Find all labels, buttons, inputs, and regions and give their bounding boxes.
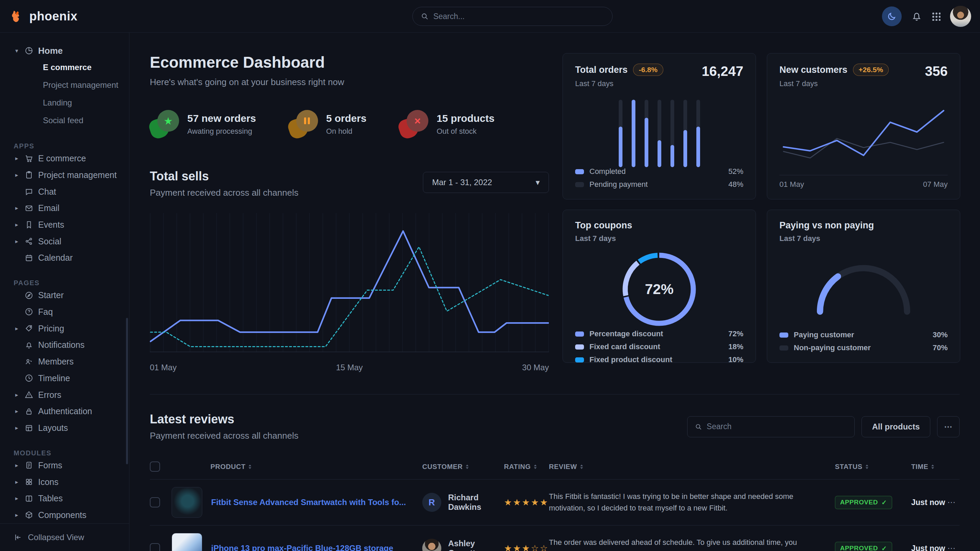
row-checkbox[interactable]: [150, 497, 160, 507]
sidebar-item-timeline[interactable]: Timeline: [0, 370, 129, 387]
sidebar-item-project-management[interactable]: ▸ Project management: [0, 167, 129, 183]
new-customers-svg: [780, 97, 948, 172]
tag-icon: [24, 324, 33, 333]
sidebar-item-ecommerce-dashboard[interactable]: E commerce: [43, 59, 129, 76]
sort-icon: [580, 465, 583, 469]
status-badge: APPROVED✓: [835, 542, 892, 551]
top-navbar: phoenix: [0, 0, 980, 33]
sidebar-item-calendar[interactable]: Calendar: [0, 250, 129, 267]
sidebar-item-home[interactable]: ▾ Home: [0, 43, 129, 59]
new-customers-value: 356: [925, 64, 948, 79]
sidebar-item-social-feed[interactable]: Social feed: [43, 112, 129, 129]
axis-label-mid: 15 May: [336, 363, 363, 372]
sidebar-section-apps: APPS: [0, 142, 129, 150]
pause-icon: [304, 118, 310, 124]
chevron-right-icon: ▸: [14, 462, 20, 469]
column-status[interactable]: STATUS: [835, 463, 911, 471]
reviews-search-input[interactable]: [706, 422, 847, 431]
legend-paying-customer: Paying customer 30%: [780, 330, 948, 339]
sidebar-item-social[interactable]: ▸ Social: [0, 233, 129, 250]
apps-menu-button[interactable]: [932, 12, 940, 21]
column-time[interactable]: TIME: [911, 463, 947, 471]
all-products-button[interactable]: All products: [862, 416, 930, 437]
product-link[interactable]: iPhone 13 pro max-Pacific Blue-128GB sto…: [211, 543, 393, 551]
date-range-select[interactable]: Mar 1 - 31, 2022 ▾: [423, 172, 549, 193]
sort-icon: [931, 465, 934, 469]
chevron-right-icon: ▸: [14, 325, 20, 332]
legend-nonpaying-customer: Non-paying customer 70%: [780, 343, 948, 352]
customer-name: Richard Dawkins: [448, 493, 504, 512]
axis-label-start: 01 May: [150, 363, 177, 372]
layout-icon: [24, 424, 33, 433]
sidebar-item-email[interactable]: ▸ Email: [0, 200, 129, 216]
question-circle-icon: [24, 307, 33, 316]
total-sells-chart: 01 May 15 May 30 May: [150, 213, 549, 372]
sidebar-item-components[interactable]: ▸ Components: [0, 507, 129, 524]
sidebar-item-chat[interactable]: Chat: [0, 183, 129, 200]
user-avatar[interactable]: [950, 6, 971, 27]
paying-gauge-chart: [811, 259, 916, 317]
top-coupons-card: Top coupons Last 7 days 72% Percentage d…: [563, 210, 756, 363]
select-all-checkbox[interactable]: [150, 462, 160, 472]
sidebar-item-landing[interactable]: Landing: [43, 94, 129, 112]
sidebar-item-authentication[interactable]: ▸ Authentication: [0, 403, 129, 420]
coupons-donut-center: 72%: [619, 249, 699, 329]
total-sells-svg: [150, 213, 549, 359]
brand-logo[interactable]: phoenix: [10, 9, 78, 24]
column-rating[interactable]: RATING: [504, 463, 549, 471]
sort-icon: [865, 465, 868, 469]
package-icon: [24, 510, 33, 519]
sidebar-item-project-management-dashboard[interactable]: Project management: [43, 76, 129, 94]
total-sells-subtitle: Payment received across all channels: [150, 187, 298, 198]
sidebar-item-ecommerce[interactable]: ▸ E commerce: [0, 150, 129, 167]
clipboard-icon: [24, 170, 33, 179]
pie-chart-icon: [24, 46, 33, 55]
chevron-right-icon: ▸: [14, 155, 20, 162]
sidebar-item-events[interactable]: ▸ Events: [0, 216, 129, 233]
sidebar-item-starter[interactable]: Starter: [0, 287, 129, 303]
sidebar-item-forms[interactable]: ▸ Forms: [0, 457, 129, 474]
chevron-right-icon: ▸: [14, 511, 20, 519]
product-thumbnail[interactable]: [172, 533, 202, 551]
product-thumbnail[interactable]: [172, 487, 202, 518]
row-checkbox[interactable]: [150, 543, 160, 551]
notifications-button[interactable]: [911, 11, 922, 22]
reviews-search[interactable]: [687, 416, 855, 437]
sidebar-item-pricing[interactable]: ▸ Pricing: [0, 320, 129, 337]
bell-icon: [911, 11, 922, 22]
product-link[interactable]: Fitbit Sense Advanced Smartwatch with To…: [211, 497, 406, 507]
check-icon: ✓: [881, 545, 887, 551]
table-header-row: PRODUCT CUSTOMER RATING REVIEW STATUS TI…: [150, 456, 959, 479]
page-subtitle: Here's what's going on at your business …: [150, 77, 549, 87]
sidebar-item-members[interactable]: Members: [0, 353, 129, 370]
axis-label-end: 30 May: [522, 363, 549, 372]
global-search[interactable]: [412, 7, 612, 26]
document-icon: [24, 461, 33, 470]
chat-icon: [24, 187, 33, 196]
calendar-icon: [24, 254, 33, 262]
reviews-more-button[interactable]: ⋯: [937, 416, 959, 437]
stat-out-of-stock: × 15 products Out of stock: [399, 110, 495, 138]
sidebar-item-icons[interactable]: ▸ Icons: [0, 474, 129, 491]
clock-icon: [24, 374, 33, 383]
order-stats-row: ★ 57 new orders Awating processing 5 ord…: [150, 110, 549, 138]
sidebar-item-layouts[interactable]: ▸ Layouts: [0, 420, 129, 436]
row-menu-button[interactable]: ⋯: [947, 497, 959, 507]
chevron-right-icon: ▸: [14, 171, 20, 179]
column-product[interactable]: PRODUCT: [172, 463, 422, 471]
sidebar-item-notifications[interactable]: Notifications: [0, 337, 129, 354]
row-menu-button[interactable]: ⋯: [947, 543, 959, 551]
sidebar-item-tables[interactable]: ▸ Tables: [0, 490, 129, 507]
column-customer[interactable]: CUSTOMER: [422, 463, 504, 471]
sidebar-item-errors[interactable]: ▸ Errors: [0, 387, 129, 403]
global-search-input[interactable]: [433, 12, 604, 21]
theme-toggle-button[interactable]: [882, 6, 902, 26]
column-review[interactable]: REVIEW: [549, 463, 835, 471]
share-icon: [24, 237, 33, 246]
sidebar-item-faq[interactable]: Faq: [0, 303, 129, 320]
total-orders-value: 16,247: [702, 64, 743, 79]
sidebar-scrollbar[interactable]: [126, 318, 128, 464]
grid-icon: [24, 478, 33, 486]
collapse-sidebar-button[interactable]: Collapsed View: [0, 524, 129, 551]
bookmark-icon: [24, 220, 33, 229]
